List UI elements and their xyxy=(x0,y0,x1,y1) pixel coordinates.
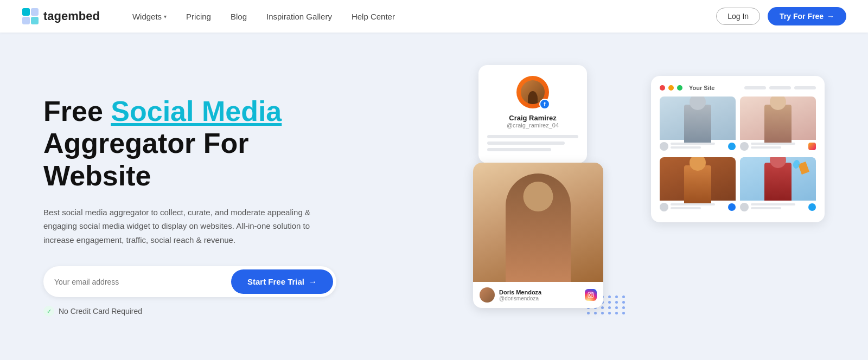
check-icon: ✓ xyxy=(43,306,54,317)
chevron-down-icon: ▾ xyxy=(164,14,167,20)
nav-blog[interactable]: Blog xyxy=(231,12,247,21)
svg-rect-0 xyxy=(22,8,30,16)
profile-name: Craig Ramirez xyxy=(487,114,578,122)
hero-title: Free Social MediaAggregator ForWebsite xyxy=(43,95,451,192)
hero-section: Free Social MediaAggregator ForWebsite B… xyxy=(0,33,868,360)
grid-avatar xyxy=(740,203,749,211)
svg-rect-1 xyxy=(31,8,39,16)
post-author-handle: @dorismendoza xyxy=(499,295,580,301)
grid-meta-lines xyxy=(671,143,726,150)
window-dot-yellow xyxy=(668,85,674,91)
svg-point-5 xyxy=(590,294,592,297)
grid-item xyxy=(660,157,736,214)
post-image xyxy=(473,163,603,282)
header-line xyxy=(744,86,766,89)
arrow-icon: → xyxy=(827,12,834,21)
hero-description: Best social media aggregator to collect,… xyxy=(43,205,326,247)
facebook-icon xyxy=(728,203,736,211)
instagram-icon xyxy=(585,289,597,301)
grid-image xyxy=(660,157,736,201)
site-header-lines xyxy=(744,86,816,89)
post-author-avatar xyxy=(480,287,495,303)
grid-image xyxy=(660,97,736,140)
profile-handle: @craig_ramirez_04 xyxy=(487,122,578,128)
site-widget-card: Your Site xyxy=(651,76,825,222)
header-line xyxy=(794,86,816,89)
grid-avatar xyxy=(660,142,668,151)
hero-illustration: f Craig Ramirez @craig_ramirez_04 Doris … xyxy=(473,65,825,347)
svg-rect-2 xyxy=(22,17,30,24)
nav-pricing[interactable]: Pricing xyxy=(186,12,211,21)
nav-widgets[interactable]: Widgets ▾ xyxy=(132,12,167,21)
site-title: Your Site xyxy=(689,85,741,91)
nav-actions: Log In Try For Free → xyxy=(716,7,846,25)
grid-avatar xyxy=(740,142,749,151)
grid-meta-lines xyxy=(751,143,806,150)
nav-gallery[interactable]: Inspiration Gallery xyxy=(266,12,332,21)
post-author-info: Doris Mendoza @dorismendoza xyxy=(473,282,603,308)
hero-title-line2: Aggregator ForWebsite xyxy=(43,127,248,191)
header-line xyxy=(769,86,791,89)
grid-image xyxy=(740,97,816,140)
nav-links: Widgets ▾ Pricing Blog Inspiration Galle… xyxy=(132,12,716,21)
profile-widget-card: f Craig Ramirez @craig_ramirez_04 xyxy=(478,65,587,163)
profile-content-lines xyxy=(487,135,578,151)
grid-item xyxy=(740,97,816,153)
start-trial-button[interactable]: Start Free Trial → xyxy=(231,269,333,294)
twitter-icon xyxy=(808,203,816,211)
grid-item xyxy=(660,97,736,153)
svg-rect-3 xyxy=(31,17,39,24)
site-card-header: Your Site xyxy=(660,85,816,91)
try-for-free-button[interactable]: Try For Free → xyxy=(768,7,846,25)
grid-item xyxy=(740,157,816,214)
instagram-icon xyxy=(808,143,816,150)
social-feed-grid xyxy=(660,97,816,214)
post-widget-card: Doris Mendoza @dorismendoza xyxy=(473,163,603,308)
grid-meta-lines xyxy=(671,203,726,211)
brand-name: tagembed xyxy=(43,9,100,23)
login-button[interactable]: Log In xyxy=(716,8,760,25)
grid-meta-lines xyxy=(751,203,806,211)
no-credit-card-notice: ✓ No Credit Card Required xyxy=(43,306,451,317)
svg-rect-4 xyxy=(588,292,593,298)
profile-avatar: f xyxy=(516,76,549,108)
window-dot-green xyxy=(677,85,682,91)
window-dot-red xyxy=(660,85,665,91)
content-line xyxy=(487,135,578,138)
email-form: Start Free Trial → xyxy=(43,266,336,297)
content-line xyxy=(487,148,551,151)
grid-meta xyxy=(740,201,816,214)
tagembed-logo-icon xyxy=(22,8,39,25)
hero-content: Free Social MediaAggregator ForWebsite B… xyxy=(43,95,473,317)
logo-link[interactable]: tagembed xyxy=(22,8,100,25)
svg-point-6 xyxy=(592,293,593,294)
grid-avatar xyxy=(660,203,668,211)
nav-help[interactable]: Help Center xyxy=(352,12,395,21)
email-input[interactable] xyxy=(54,278,231,286)
facebook-badge-icon: f xyxy=(539,99,550,110)
grid-image xyxy=(740,157,816,201)
twitter-icon xyxy=(728,143,736,150)
content-line xyxy=(487,142,565,145)
arrow-icon: → xyxy=(309,277,317,286)
post-author-name: Doris Mendoza xyxy=(499,289,580,295)
navigation: tagembed Widgets ▾ Pricing Blog Inspirat… xyxy=(0,0,868,33)
post-author-details: Doris Mendoza @dorismendoza xyxy=(499,289,580,301)
